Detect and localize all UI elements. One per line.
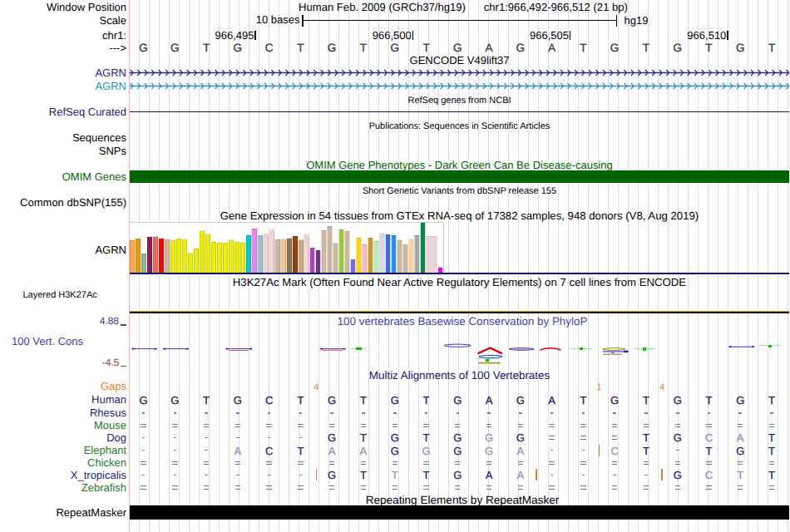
svg-text:G: G (453, 431, 462, 444)
svg-text:G: G (453, 394, 462, 406)
svg-text:Mouse: Mouse (94, 419, 126, 431)
svg-text:T: T (297, 445, 304, 457)
svg-text:T: T (768, 394, 775, 406)
svg-text:G: G (170, 394, 179, 406)
svg-text:RefSeq genes from NCBI: RefSeq genes from NCBI (407, 96, 511, 106)
svg-text:T: T (297, 42, 304, 54)
svg-text:G: G (328, 394, 336, 406)
svg-text:A: A (485, 42, 492, 54)
svg-text:G: G (391, 431, 399, 444)
svg-text:T: T (423, 431, 430, 444)
svg-text:GENCODE V49lift37: GENCODE V49lift37 (410, 54, 510, 66)
svg-text:966,495: 966,495 (215, 29, 254, 42)
svg-text:C: C (705, 431, 713, 444)
svg-text:T: T (705, 42, 712, 54)
svg-text:AGRN: AGRN (95, 244, 126, 256)
svg-text:G: G (234, 394, 242, 406)
svg-text:T: T (360, 42, 367, 54)
svg-text:Short Genetic Variants from db: Short Genetic Variants from dbSNP releas… (363, 186, 556, 196)
svg-text:C: C (265, 42, 274, 54)
svg-text:T: T (737, 469, 743, 481)
svg-text:chr1:: chr1: (102, 29, 126, 42)
svg-text:A: A (360, 445, 368, 457)
svg-text:966,510: 966,510 (687, 29, 726, 42)
svg-text:G: G (328, 469, 336, 481)
svg-text:Multiz Alignments of 100 Verte: Multiz Alignments of 100 Vertebrates (369, 369, 551, 382)
svg-text:C: C (705, 469, 713, 481)
svg-text:G: G (139, 394, 147, 406)
svg-text:T: T (643, 42, 649, 54)
svg-text:T: T (203, 394, 210, 406)
svg-text:G: G (610, 394, 619, 406)
svg-text:G: G (391, 394, 399, 406)
svg-text:Repeating Elements by RepeatMa: Repeating Elements by RepeatMasker (366, 494, 560, 506)
svg-text:T: T (705, 394, 712, 406)
svg-text:Sequences: Sequences (72, 131, 127, 144)
svg-text:4: 4 (659, 382, 664, 392)
svg-text:T: T (423, 469, 430, 481)
svg-text:G: G (516, 431, 525, 444)
svg-text:X_tropicalis: X_tropicalis (71, 469, 127, 481)
svg-text:T: T (423, 394, 430, 406)
svg-text:G: G (391, 445, 399, 457)
svg-text:G: G (673, 42, 682, 54)
svg-text:A: A (548, 394, 555, 406)
svg-text:T: T (360, 469, 367, 481)
svg-text:hg19: hg19 (625, 14, 649, 27)
svg-text:G: G (674, 469, 682, 481)
svg-text:Human Feb. 2009 (GRCh37/hg19): Human Feb. 2009 (GRCh37/hg19) chr1:966,4… (299, 1, 628, 13)
svg-text:G: G (234, 42, 243, 54)
svg-text:Human: Human (91, 393, 126, 406)
svg-text:G: G (736, 42, 745, 54)
svg-text:G: G (453, 469, 462, 481)
svg-text:G: G (453, 445, 462, 457)
svg-text:Zebrafish: Zebrafish (81, 481, 126, 494)
svg-text:A: A (486, 394, 493, 406)
svg-text:A: A (548, 42, 555, 54)
svg-text:T: T (580, 394, 586, 406)
svg-text:OMIM Genes: OMIM Genes (62, 170, 127, 183)
svg-text:-4.5: -4.5 (102, 357, 120, 368)
svg-text:T: T (705, 445, 712, 457)
svg-text:A: A (737, 431, 744, 444)
svg-text:T: T (203, 42, 210, 54)
svg-text:G: G (736, 394, 744, 406)
svg-text:T: T (768, 445, 775, 457)
svg-text:AGRN: AGRN (95, 80, 126, 92)
svg-text:G: G (736, 445, 744, 457)
svg-text:C: C (265, 445, 273, 457)
svg-text:G: G (516, 42, 526, 54)
svg-text:Layered H3K27Ac: Layered H3K27Ac (23, 290, 98, 300)
svg-text:G: G (674, 394, 682, 406)
svg-text:966,505: 966,505 (530, 29, 569, 42)
svg-text:SNPs: SNPs (99, 145, 127, 157)
svg-text:Publications: Sequences in Sci: Publications: Sequences in Scientific Ar… (369, 121, 551, 131)
svg-text:Elephant: Elephant (84, 444, 127, 456)
svg-text:100 Vert. Cons: 100 Vert. Cons (12, 335, 83, 347)
svg-text:G: G (516, 394, 525, 406)
svg-text:A: A (516, 469, 524, 481)
svg-text:A: A (234, 445, 241, 457)
svg-text:T: T (768, 431, 775, 444)
svg-text:G: G (485, 445, 493, 457)
svg-text:Window Position: Window Position (47, 1, 126, 13)
svg-text:A: A (516, 445, 524, 457)
svg-text:Gene Expression in 54 tissues: Gene Expression in 54 tissues from GTEx … (220, 209, 699, 222)
svg-text:T: T (643, 445, 649, 457)
svg-text:Rhesus: Rhesus (90, 406, 127, 419)
svg-text:T: T (768, 469, 775, 481)
svg-text:A: A (486, 469, 493, 481)
svg-text:G: G (453, 42, 462, 54)
svg-text:T: T (422, 42, 429, 54)
svg-text:T: T (643, 394, 649, 406)
svg-text:Dog: Dog (106, 431, 126, 444)
svg-text:1: 1 (596, 382, 601, 392)
svg-text:C: C (610, 445, 618, 457)
svg-text:RefSeq Curated: RefSeq Curated (49, 106, 126, 118)
svg-text:T: T (580, 42, 586, 54)
svg-text:4.88: 4.88 (100, 315, 120, 327)
svg-text:T: T (643, 431, 649, 444)
svg-text:G: G (170, 42, 180, 54)
svg-text:OMIM Gene Phenotypes - Dark Gr: OMIM Gene Phenotypes - Dark Green Can Be… (306, 159, 613, 171)
svg-text:G: G (610, 42, 620, 54)
